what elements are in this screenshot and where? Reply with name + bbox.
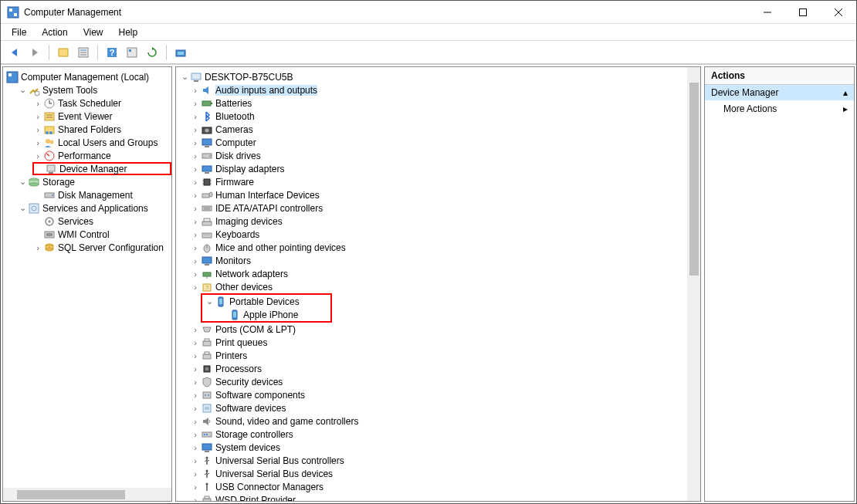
dev-portable[interactable]: ⌄ Portable Devices — [202, 295, 330, 308]
dev-bluetooth[interactable]: ›Bluetooth — [176, 110, 686, 123]
v-scrollbar[interactable] — [687, 67, 700, 501]
dev-usb-dev[interactable]: ›Universal Serial Bus devices — [176, 467, 686, 480]
dev-root[interactable]: ⌄ DESKTOP-B75CU5B — [176, 70, 686, 83]
collapse-icon[interactable]: ▴ — [843, 87, 848, 98]
actions-more[interactable]: More Actions ▸ — [705, 100, 854, 117]
refresh-button[interactable] — [143, 43, 161, 62]
dev-other[interactable]: ›?Other devices — [176, 280, 686, 293]
chevron-right-icon[interactable]: › — [32, 112, 43, 121]
navigation-pane[interactable]: Computer Management (Local) ⌄ System Too… — [2, 66, 172, 502]
dev-disk-drives[interactable]: ›Disk drives — [176, 149, 686, 162]
dev-sw-components[interactable]: ›Software components — [176, 388, 686, 401]
chevron-right-icon: ▸ — [843, 103, 848, 114]
view-button[interactable] — [123, 43, 141, 62]
dev-mice[interactable]: ›Mice and other pointing devices — [176, 241, 686, 254]
nav-system-tools[interactable]: ⌄ System Tools — [3, 83, 171, 96]
chevron-right-icon[interactable]: › — [32, 138, 43, 147]
dev-printers[interactable]: ›Printers — [176, 349, 686, 362]
dev-apple-iphone[interactable]: Apple iPhone — [202, 308, 330, 321]
dev-ports[interactable]: ›Ports (COM & LPT) — [176, 323, 686, 336]
nav-wmi-control[interactable]: WMI Control — [3, 228, 171, 241]
chevron-down-icon[interactable]: ⌄ — [17, 177, 28, 187]
menu-help[interactable]: Help — [111, 25, 146, 39]
dev-print-queues[interactable]: ›Print queues — [176, 336, 686, 349]
dev-storage-ctrl[interactable]: ›Storage controllers — [176, 428, 686, 441]
maximize-button[interactable] — [785, 1, 821, 24]
chevron-down-icon[interactable]: ⌄ — [179, 72, 190, 82]
menu-file[interactable]: File — [4, 25, 34, 39]
nav-services[interactable]: Services — [3, 215, 171, 228]
forward-button[interactable] — [25, 43, 44, 62]
menu-action[interactable]: Action — [34, 25, 75, 39]
usb-icon — [201, 468, 213, 480]
dev-audio[interactable]: › Audio inputs and outputs — [176, 83, 686, 96]
dev-network[interactable]: ›Network adapters — [176, 267, 686, 280]
dev-hid[interactable]: ›Human Interface Devices — [176, 188, 686, 201]
ide-icon — [201, 202, 213, 215]
minimize-button[interactable] — [750, 1, 785, 24]
system-device-icon — [201, 441, 213, 454]
nav-task-scheduler[interactable]: › Task Scheduler — [3, 96, 171, 110]
nav-shared-folders[interactable]: › Shared Folders — [3, 123, 171, 136]
chevron-right-icon[interactable]: › — [32, 99, 43, 108]
hid-icon — [201, 189, 213, 201]
nav-event-viewer[interactable]: › Event Viewer — [3, 110, 171, 123]
dev-usb-ctrl[interactable]: ›Universal Serial Bus controllers — [176, 454, 686, 467]
svg-rect-15 — [129, 49, 131, 52]
close-button[interactable] — [821, 1, 856, 24]
svg-point-60 — [209, 155, 211, 157]
nav-performance[interactable]: › Performance — [3, 149, 171, 162]
scan-hardware-button[interactable] — [171, 43, 190, 62]
nav-storage[interactable]: ⌄ Storage — [3, 175, 171, 188]
chevron-right-icon[interactable]: › — [32, 243, 43, 252]
chevron-down-icon[interactable]: ⌄ — [17, 85, 28, 95]
dev-sound[interactable]: ›Sound, video and game controllers — [176, 414, 686, 428]
dev-processors[interactable]: ›Processors — [176, 362, 686, 375]
menu-view[interactable]: View — [76, 25, 111, 39]
dev-wsd[interactable]: ›WSD Print Provider — [176, 493, 686, 502]
dev-display-adapters[interactable]: ›Display adapters — [176, 162, 686, 175]
show-hide-tree-button[interactable] — [54, 43, 73, 62]
dev-ide[interactable]: ›IDE ATA/ATAPI controllers — [176, 201, 686, 215]
svg-rect-97 — [203, 392, 211, 398]
dev-imaging[interactable]: ›Imaging devices — [176, 215, 686, 228]
nav-local-users[interactable]: › Local Users and Groups — [3, 136, 171, 149]
app-icon — [7, 6, 19, 19]
svg-rect-24 — [45, 113, 54, 120]
chevron-right-icon[interactable]: › — [32, 125, 43, 134]
help-button[interactable]: ? — [103, 43, 121, 62]
nav-device-manager[interactable]: Device Manager — [32, 162, 171, 175]
actions-context[interactable]: Device Manager ▴ — [705, 85, 854, 100]
dev-usb-connector[interactable]: ›USB Connector Managers — [176, 480, 686, 493]
dev-computer[interactable]: ›Computer — [176, 136, 686, 149]
dev-sw-devices[interactable]: ›Software devices — [176, 401, 686, 414]
shared-folders-icon — [43, 123, 56, 136]
svg-point-69 — [209, 192, 212, 197]
svg-rect-34 — [47, 165, 55, 171]
chevron-right-icon[interactable]: › — [190, 86, 201, 95]
dev-monitors[interactable]: ›Monitors — [176, 254, 686, 267]
dev-security[interactable]: ›Security devices — [176, 375, 686, 388]
svg-rect-92 — [205, 339, 209, 341]
chevron-down-icon[interactable]: ⌄ — [17, 203, 28, 213]
dev-system[interactable]: ›System devices — [176, 441, 686, 454]
dev-keyboards[interactable]: ›Keyboards — [176, 228, 686, 241]
properties-button[interactable] — [74, 43, 93, 62]
nav-sql-config[interactable]: › SQL Server Configuration — [3, 241, 171, 254]
storage-controller-icon — [201, 428, 213, 441]
svg-rect-19 — [8, 73, 12, 76]
usb-connector-icon — [201, 481, 213, 493]
back-button[interactable] — [5, 43, 24, 62]
svg-rect-107 — [205, 451, 209, 452]
chevron-right-icon[interactable]: › — [32, 151, 43, 161]
nav-services-apps[interactable]: ⌄ Services and Applications — [3, 201, 171, 215]
svg-rect-73 — [202, 222, 212, 225]
nav-root[interactable]: Computer Management (Local) — [3, 70, 171, 83]
h-scrollbar[interactable] — [3, 488, 171, 501]
dev-batteries[interactable]: ›Batteries — [176, 96, 686, 110]
device-tree-pane[interactable]: ⌄ DESKTOP-B75CU5B › Audio inputs and out… — [175, 66, 701, 502]
nav-disk-management[interactable]: Disk Management — [3, 188, 171, 201]
dev-firmware[interactable]: ›Firmware — [176, 175, 686, 188]
chevron-down-icon[interactable]: ⌄ — [204, 296, 215, 306]
dev-cameras[interactable]: ›Cameras — [176, 123, 686, 136]
